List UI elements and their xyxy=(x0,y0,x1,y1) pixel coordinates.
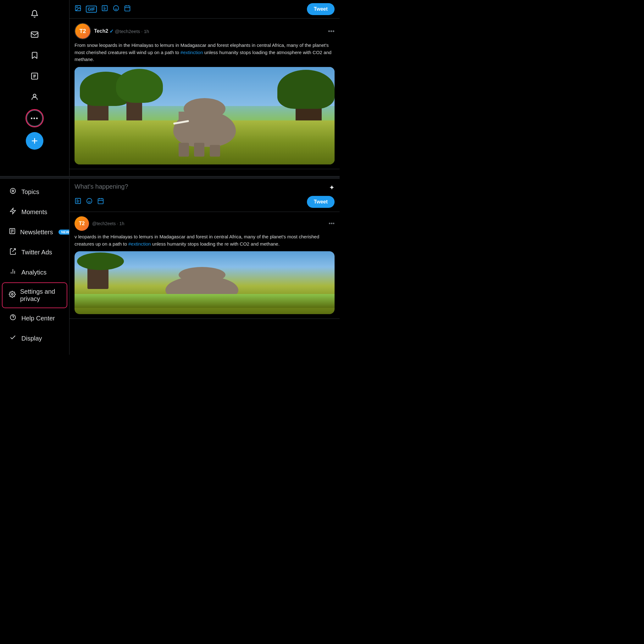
svg-point-20 xyxy=(12,190,14,192)
help-center-icon xyxy=(9,314,17,323)
twitter-ads-label: Twitter Ads xyxy=(21,249,52,256)
section-divider xyxy=(0,176,340,179)
more-button[interactable]: ••• xyxy=(26,110,43,126)
menu-item-twitter-ads[interactable]: Twitter Ads xyxy=(3,243,67,262)
svg-point-19 xyxy=(10,188,16,194)
bottom-tweet-text: v leopards in the Himalayas to lemurs in… xyxy=(75,233,335,247)
topics-label: Topics xyxy=(21,188,39,196)
bottom-tweet-more[interactable]: ••• xyxy=(329,220,335,227)
tweet-button-bottom[interactable]: Tweet xyxy=(307,196,335,208)
emoji-tool-icon[interactable] xyxy=(113,5,119,14)
avatar-inner: T2 xyxy=(75,24,90,39)
sidebar-mail-icon[interactable] xyxy=(27,27,42,42)
topics-icon xyxy=(9,187,17,196)
menu-item-moments[interactable]: Moments xyxy=(3,203,67,221)
compose-bar-top: GIF xyxy=(69,0,340,19)
menu-list: Topics Moments xyxy=(0,182,69,348)
compose-button[interactable] xyxy=(26,132,43,150)
whats-happening-text: What's happening? xyxy=(69,179,340,192)
bottom-tweet-header: T2 @tech2eets · 1h ••• xyxy=(75,216,335,231)
menu-item-help-center[interactable]: Help Center xyxy=(3,309,67,328)
bottom-hashtag-extinction[interactable]: #extinction xyxy=(128,241,151,247)
svg-point-29 xyxy=(11,293,13,295)
tweet-more-button-top[interactable]: ••• xyxy=(328,28,335,35)
tweet-header-top: T2 Tech2 ✓ @tech2eets · 1h ••• xyxy=(75,23,335,39)
svg-rect-39 xyxy=(98,199,103,204)
tweet-name-text: Tech2 xyxy=(94,28,108,34)
svg-point-7 xyxy=(76,7,77,8)
tweet-text-top: From snow leopards in the Himalayas to l… xyxy=(75,42,335,63)
bottom-poll-icon[interactable] xyxy=(75,197,81,206)
sidebar-bookmark-icon[interactable] xyxy=(27,48,42,63)
sidebar-list-icon[interactable] xyxy=(27,69,42,84)
svg-rect-15 xyxy=(125,6,130,11)
settings-privacy-label: Settings and privacy xyxy=(20,288,60,303)
bottom-half: Topics Moments xyxy=(0,179,340,355)
bottom-tweet-time: 1h xyxy=(119,221,125,226)
main-content-top: GIF xyxy=(69,0,340,176)
bottom-tools xyxy=(75,197,303,206)
help-center-label: Help Center xyxy=(21,315,55,322)
schedule-tool-icon[interactable] xyxy=(124,5,131,14)
svg-point-12 xyxy=(114,6,119,11)
poll-tool-icon[interactable] xyxy=(101,5,108,14)
tweet-image-top xyxy=(75,67,335,164)
bottom-tweet-meta: @tech2eets · 1h xyxy=(92,221,124,226)
display-icon xyxy=(9,334,17,343)
bottom-avatar: T2 xyxy=(75,216,89,231)
sparkle-icon[interactable]: ✦ xyxy=(329,184,335,192)
avatar-tech2: T2 xyxy=(75,23,91,39)
hashtag-extinction[interactable]: #extinction xyxy=(180,50,203,55)
settings-icon xyxy=(9,291,16,300)
sidebar: ••• xyxy=(0,0,69,176)
svg-marker-21 xyxy=(10,208,16,214)
tweet-user-info: Tech2 ✓ @tech2eets · 1h xyxy=(94,28,149,34)
elephant-scene xyxy=(75,67,335,164)
sidebar-bell-icon[interactable] xyxy=(27,6,42,21)
tweet-handle-top: @tech2eets xyxy=(115,29,140,34)
gif-tool-icon[interactable]: GIF xyxy=(86,6,97,13)
tweet-dot-top: · xyxy=(141,29,142,34)
tweet-card-top: T2 Tech2 ✓ @tech2eets · 1h ••• From snow… xyxy=(69,19,340,169)
bottom-compose-bar: Tweet xyxy=(69,192,340,212)
bottom-tweet-handle: @tech2eets xyxy=(92,221,116,226)
bottom-tweet-card: T2 @tech2eets · 1h ••• v leopards in the… xyxy=(69,212,340,319)
twitter-ads-icon xyxy=(9,248,17,257)
top-half: ••• GIF xyxy=(0,0,340,176)
moments-label: Moments xyxy=(21,208,47,216)
svg-point-5 xyxy=(33,94,36,97)
analytics-label: Analytics xyxy=(21,269,47,276)
menu-item-display[interactable]: Display xyxy=(3,329,67,348)
tweet-time-top: 1h xyxy=(144,29,149,34)
svg-point-36 xyxy=(87,198,92,204)
compose-tools: GIF xyxy=(75,5,302,14)
bottom-emoji-icon[interactable] xyxy=(86,197,93,206)
moments-icon xyxy=(9,208,17,216)
sidebar-profile-icon[interactable] xyxy=(27,89,42,104)
image-tool-icon[interactable] xyxy=(75,5,81,14)
menu-item-analytics[interactable]: Analytics xyxy=(3,263,67,282)
tweet-button-top[interactable]: Tweet xyxy=(307,3,335,15)
newsletters-icon xyxy=(9,228,16,236)
bottom-sidebar: Topics Moments xyxy=(0,179,69,355)
menu-item-newsletters[interactable]: Newsletters NEW xyxy=(3,223,67,241)
tweet-username: Tech2 ✓ @tech2eets · 1h xyxy=(94,28,149,34)
bottom-schedule-icon[interactable] xyxy=(97,197,104,206)
menu-item-topics[interactable]: Topics xyxy=(3,182,67,201)
svg-rect-0 xyxy=(31,32,38,37)
display-label: Display xyxy=(21,335,42,342)
analytics-icon xyxy=(9,268,17,277)
bottom-tweet-image xyxy=(75,251,335,314)
newsletters-label: Newsletters xyxy=(20,229,53,236)
menu-item-settings-privacy[interactable]: Settings and privacy xyxy=(3,283,67,308)
verified-badge: ✓ xyxy=(109,28,114,34)
bottom-tweet-dot: · xyxy=(117,221,119,226)
bottom-main-content: ✦ What's happening? xyxy=(69,179,340,355)
